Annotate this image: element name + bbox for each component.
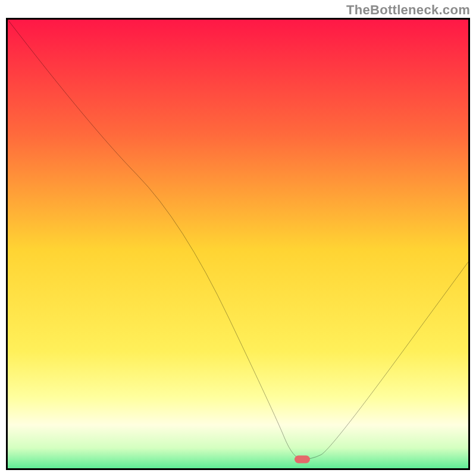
- chart-area: [6, 18, 470, 470]
- optimal-marker: [295, 455, 310, 463]
- watermark-text: TheBottleneck.com: [346, 2, 470, 18]
- bottleneck-curve: [8, 20, 468, 468]
